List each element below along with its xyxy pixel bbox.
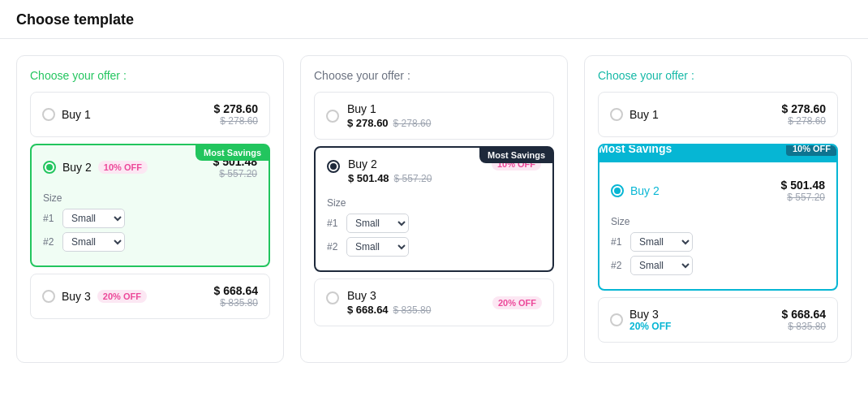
offer-name-buy3-t1: Buy 3 xyxy=(62,290,91,303)
size-select-1-t3[interactable]: SmallMediumLarge xyxy=(630,232,693,252)
offer-row-buy2-t3[interactable]: Most Savings 10% OFF Buy 2 $ 501.48 $ 55… xyxy=(598,144,838,291)
size-select-1-t1[interactable]: SmallMediumLarge xyxy=(62,209,125,228)
offer-name-buy2-t2: Buy 2 xyxy=(348,158,432,170)
buy3-teal-label-t3: 20% OFF xyxy=(630,321,671,332)
offer-name-buy1-t3: Buy 1 xyxy=(630,108,659,121)
size-row-1-t2: #1 SmallMediumLarge xyxy=(327,214,541,233)
template-card-3: Choose your offer : Buy 1 $ 278.60 $ 278… xyxy=(584,55,852,363)
radio-buy2-t2[interactable] xyxy=(327,160,340,173)
most-savings-label-t3: Most Savings xyxy=(599,144,672,155)
offer-row-buy2-t2[interactable]: Most Savings Buy 2 $ 501.48 $ 557.20 10%… xyxy=(314,146,554,272)
radio-buy1-t2[interactable] xyxy=(326,110,339,123)
size-row-1-t1: #1 SmallMediumLarge xyxy=(43,209,257,228)
size-select-1-t2[interactable]: SmallMediumLarge xyxy=(346,214,409,233)
size-section-buy2-t1: Size #1 SmallMediumLarge #2 SmallMediumL… xyxy=(43,186,257,252)
radio-buy1-t1[interactable] xyxy=(42,108,55,121)
size-row-2-t2: #2 SmallMediumLarge xyxy=(327,237,541,257)
price-stacked-buy2-t2: $ 501.48 xyxy=(348,172,389,184)
price-orig-stacked-buy2-t2: $ 557.20 xyxy=(394,173,432,184)
offer-row-buy1-t2[interactable]: Buy 1 $ 278.60 $ 278.60 xyxy=(314,92,554,140)
offer-row-buy3-t2[interactable]: Buy 3 $ 668.64 $ 835.80 20% OFF xyxy=(314,278,554,326)
price-current-buy1-t3: $ 278.60 xyxy=(782,102,827,115)
offer-label-1: Choose your offer : xyxy=(30,69,270,82)
radio-buy2-t3[interactable] xyxy=(611,184,624,197)
size-label-buy2-t2: Size xyxy=(327,197,541,209)
price-original-buy2-t3: $ 557.20 xyxy=(781,192,826,203)
radio-buy3-t1[interactable] xyxy=(42,290,55,303)
page-header: Choose template xyxy=(0,0,868,39)
percent-off-buy3-t2: 20% OFF xyxy=(492,296,542,309)
price-original-buy3-t1: $ 835.80 xyxy=(214,297,259,309)
price-current-buy2-t3: $ 501.48 xyxy=(781,179,826,192)
price-orig-stacked-buy3-t2: $ 835.80 xyxy=(393,304,432,316)
size-section-buy2-t3: Size #1 SmallMediumLarge #2 SmallMediumL… xyxy=(611,209,825,275)
offer-name-buy3-t3: Buy 3 xyxy=(630,308,671,321)
price-current-buy1-t1: $ 278.60 xyxy=(214,102,259,115)
size-num-2-t2: #2 xyxy=(327,241,340,252)
most-savings-badge-t2: Most Savings xyxy=(479,147,553,163)
price-stacked-buy3-t2: $ 668.64 xyxy=(347,304,389,316)
size-label-buy2-t3: Size xyxy=(611,216,825,227)
price-original-buy3-t3: $ 835.80 xyxy=(782,321,827,332)
price-original-buy1-t1: $ 278.60 xyxy=(214,115,259,127)
discount-badge-buy2-t1: 10% OFF xyxy=(98,161,148,174)
page-title: Choose template xyxy=(16,11,134,28)
offer-row-buy3-t1[interactable]: Buy 3 20% OFF $ 668.64 $ 835.80 xyxy=(30,274,270,319)
size-num-1-t2: #1 xyxy=(327,218,340,229)
off-badge-corner-t3: 10% OFF xyxy=(786,144,837,156)
teal-inner-t3: Buy 2 $ 501.48 $ 557.20 Size #1 SmallMed… xyxy=(599,170,836,289)
offer-row-buy1-t3[interactable]: Buy 1 $ 278.60 $ 278.60 xyxy=(598,92,838,137)
size-num-1-t1: #1 xyxy=(43,213,56,224)
size-num-1-t3: #1 xyxy=(611,236,624,248)
radio-buy3-t2[interactable] xyxy=(326,291,339,304)
size-select-2-t3[interactable]: SmallMediumLarge xyxy=(630,256,693,275)
price-original-buy1-t3: $ 278.60 xyxy=(782,115,827,127)
offer-name-buy1-t2: Buy 1 xyxy=(347,102,431,115)
size-section-buy2-t2: Size #1 SmallMediumLarge #2 SmallMediumL… xyxy=(327,191,541,257)
radio-buy1-t3[interactable] xyxy=(610,108,623,121)
size-row-1-t3: #1 SmallMediumLarge xyxy=(611,232,825,252)
most-savings-header-t3: Most Savings 10% OFF xyxy=(598,144,838,162)
offer-name-buy3-t2: Buy 3 xyxy=(347,289,431,302)
offer-row-buy3-t3[interactable]: Buy 3 20% OFF $ 668.64 $ 835.80 xyxy=(598,297,838,343)
offer-label-2: Choose your offer : xyxy=(314,69,554,82)
radio-buy3-t3[interactable] xyxy=(610,313,623,326)
offer-label-3: Choose your offer : xyxy=(598,69,838,82)
size-select-2-t1[interactable]: SmallMediumLarge xyxy=(62,232,125,252)
offer-row-buy1-t1[interactable]: Buy 1 $ 278.60 $ 278.60 xyxy=(30,92,270,137)
offer-name-buy2-t3: Buy 2 xyxy=(630,184,660,197)
offer-row-buy2-t1[interactable]: Most Savings Buy 2 10% OFF $ 501.48 $ 55… xyxy=(30,144,270,267)
size-num-2-t1: #2 xyxy=(43,236,56,248)
discount-badge-buy3-t1: 20% OFF xyxy=(97,290,147,303)
template-card-1: Choose your offer : Buy 1 $ 278.60 $ 278… xyxy=(16,55,284,363)
size-label-buy2-t1: Size xyxy=(43,192,257,204)
radio-buy2-t1[interactable] xyxy=(43,161,56,174)
price-current-buy3-t1: $ 668.64 xyxy=(214,284,259,297)
size-row-2-t3: #2 SmallMediumLarge xyxy=(611,256,825,275)
size-select-2-t2[interactable]: SmallMediumLarge xyxy=(346,237,409,257)
size-num-2-t3: #2 xyxy=(611,260,624,271)
offer-name-buy2-t1: Buy 2 xyxy=(62,161,92,174)
offer-name-buy1-t1: Buy 1 xyxy=(62,108,91,121)
size-row-2-t1: #2 SmallMediumLarge xyxy=(43,232,257,252)
price-original-buy2-t1: $ 557.20 xyxy=(213,168,258,179)
price-orig-stacked-buy1-t2: $ 278.60 xyxy=(393,118,432,129)
template-card-2: Choose your offer : Buy 1 $ 278.60 $ 278… xyxy=(300,55,568,363)
most-savings-badge-t1: Most Savings xyxy=(196,145,269,161)
price-stacked-buy1-t2: $ 278.60 xyxy=(347,117,389,129)
templates-area: Choose your offer : Buy 1 $ 278.60 $ 278… xyxy=(0,39,868,379)
price-current-buy3-t3: $ 668.64 xyxy=(782,308,827,321)
